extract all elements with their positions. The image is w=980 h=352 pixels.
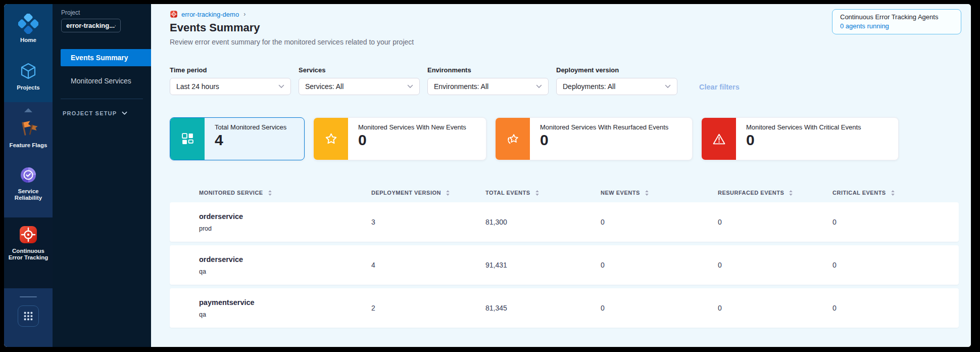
- table-row[interactable]: orderservice prod 3 81,300 0 0 0: [170, 202, 959, 242]
- dropdown-value: Services: All: [305, 82, 344, 91]
- table-row[interactable]: paymentservice qa 2 81,345 0 0 0: [170, 288, 959, 328]
- deployments-dropdown[interactable]: Deployments: All: [556, 78, 677, 95]
- project-selector[interactable]: error-tracking...: [61, 19, 121, 32]
- sidebar-item-label: Service Reliability: [6, 188, 51, 201]
- sidebar-item-projects[interactable]: Projects: [4, 57, 53, 96]
- environments-dropdown[interactable]: Environments: All: [427, 78, 549, 95]
- sidebar-item-label: Continuous Error Tracking: [6, 248, 51, 261]
- sort-icon: [789, 190, 793, 196]
- card-new-events[interactable]: Monitored Services With New Events 0: [313, 117, 486, 160]
- sidebar-item-feature-flags[interactable]: Feature Flags: [4, 114, 53, 153]
- column-header-label: Critical Events: [832, 190, 886, 196]
- column-header-deployment-version[interactable]: Deployment Version: [371, 190, 485, 196]
- resurfaced-events-cell: 0: [718, 304, 832, 312]
- card-critical-events[interactable]: Monitored Services With Critical Events …: [701, 117, 899, 160]
- scroll-up-button[interactable]: [4, 102, 53, 114]
- column-header-new-events[interactable]: New Events: [601, 190, 718, 196]
- service-reliability-icon: [18, 165, 38, 185]
- agents-panel[interactable]: Continuous Error Tracking Agents 0 agent…: [832, 9, 961, 34]
- service-cell: paymentservice qa: [199, 298, 371, 318]
- new-events-cell: 0: [601, 304, 718, 312]
- project-label: Project: [61, 9, 151, 16]
- critical-events-cell: 0: [832, 304, 959, 312]
- sort-icon: [446, 190, 450, 196]
- card-value: 4: [215, 131, 286, 148]
- chevron-down-icon: [665, 84, 671, 89]
- dropdown-value: Last 24 hours: [176, 82, 219, 91]
- sidebar-item-events-summary[interactable]: Events Summary: [61, 49, 151, 66]
- filter-label: Services: [299, 66, 420, 74]
- star-refresh-icon: [506, 132, 520, 146]
- service-environment: qa: [199, 268, 371, 275]
- card-icon-chip: [314, 118, 348, 160]
- module-nav-top: Home Projects: [4, 4, 53, 102]
- column-header-monitored-service[interactable]: Monitored Service: [199, 190, 371, 196]
- card-label: Monitored Services With Resurfaced Event…: [540, 123, 668, 131]
- service-name: paymentservice: [199, 298, 371, 306]
- sidebar-item-label: Projects: [17, 84, 39, 91]
- nav-resize-handle[interactable]: [20, 296, 37, 297]
- project-sidebar: Project error-tracking... Events Summary…: [53, 4, 151, 347]
- all-modules-button[interactable]: [18, 305, 39, 327]
- project-setup-section[interactable]: PROJECT SETUP: [63, 110, 151, 116]
- sidebar-item-monitored-services[interactable]: Monitored Services: [61, 72, 151, 90]
- grid-menu-icon: [23, 311, 34, 322]
- sidebar-item-service-reliability[interactable]: Service Reliability: [4, 160, 53, 206]
- nav-item-label: Events Summary: [71, 54, 128, 62]
- table-row[interactable]: orderservice qa 4 91,431 0 0 0: [170, 245, 959, 285]
- column-header-label: Resurfaced Events: [718, 190, 784, 196]
- card-total-monitored-services[interactable]: Total Monitored Services 4: [170, 117, 305, 160]
- filter-deployment-version: Deployment version Deployments: All: [556, 66, 677, 95]
- clear-filters-button[interactable]: Clear filters: [699, 83, 740, 91]
- sidebar-item-label: Home: [20, 37, 36, 43]
- divider: [61, 99, 143, 99]
- column-header-resurfaced-events[interactable]: Resurfaced Events: [718, 190, 832, 196]
- sort-icon: [891, 190, 895, 196]
- services-dropdown[interactable]: Services: All: [299, 78, 420, 95]
- app-window: Home Projects Feature Flags: [4, 4, 971, 347]
- sidebar-item-home[interactable]: Home: [4, 9, 53, 48]
- chevron-down-icon: [122, 111, 127, 115]
- module-nav-scroll-area: Feature Flags Service Reliability: [4, 102, 53, 217]
- column-header-label: Deployment Version: [371, 190, 441, 196]
- column-header-label: Monitored Service: [199, 190, 263, 196]
- deployment-version-cell: 3: [371, 218, 485, 226]
- column-header-critical-events[interactable]: Critical Events: [832, 190, 959, 196]
- service-environment: prod: [199, 225, 371, 232]
- nav-item-label: Monitored Services: [71, 77, 131, 85]
- chevron-right-icon: [115, 23, 116, 28]
- new-events-cell: 0: [601, 261, 718, 269]
- error-tracking-icon: [18, 225, 38, 245]
- filter-label: Time period: [170, 66, 291, 74]
- sort-icon: [645, 190, 649, 196]
- time-period-dropdown[interactable]: Last 24 hours: [170, 78, 291, 95]
- filter-bar: Time period Last 24 hours Services Servi…: [170, 66, 971, 95]
- dropdown-value: Deployments: All: [563, 82, 615, 91]
- filter-environments: Environments Environments: All: [427, 66, 549, 95]
- events-table: Monitored Service Deployment Version Tot…: [170, 183, 959, 328]
- star-icon: [324, 132, 338, 146]
- column-header-label: New Events: [601, 190, 640, 196]
- total-events-cell: 81,300: [485, 218, 601, 226]
- total-events-cell: 81,345: [485, 304, 601, 312]
- sidebar-item-continuous-error-tracking[interactable]: Continuous Error Tracking: [4, 217, 53, 266]
- resurfaced-events-cell: 0: [718, 261, 832, 269]
- agents-running-link[interactable]: 0 agents running: [840, 22, 953, 30]
- card-label: Monitored Services With New Events: [358, 123, 466, 131]
- service-cell: orderservice qa: [199, 255, 371, 275]
- filter-label: Deployment version: [556, 66, 677, 74]
- module-nav-selected: Continuous Error Tracking: [4, 217, 53, 288]
- column-header-total-events[interactable]: Total Events: [485, 190, 601, 196]
- module-nav-bottom: [4, 288, 53, 347]
- new-events-cell: 0: [601, 218, 718, 226]
- critical-events-cell: 0: [832, 218, 959, 226]
- resurfaced-events-cell: 0: [718, 218, 832, 226]
- breadcrumb-project-link[interactable]: error-tracking-demo: [181, 11, 239, 18]
- module-sidebar: Home Projects Feature Flags: [4, 4, 53, 347]
- total-events-cell: 91,431: [485, 261, 601, 269]
- critical-events-cell: 0: [832, 261, 959, 269]
- card-resurfaced-events[interactable]: Monitored Services With Resurfaced Event…: [495, 117, 693, 160]
- warning-triangle-icon: [712, 132, 726, 146]
- dropdown-value: Environments: All: [434, 82, 488, 91]
- home-icon: [18, 14, 38, 34]
